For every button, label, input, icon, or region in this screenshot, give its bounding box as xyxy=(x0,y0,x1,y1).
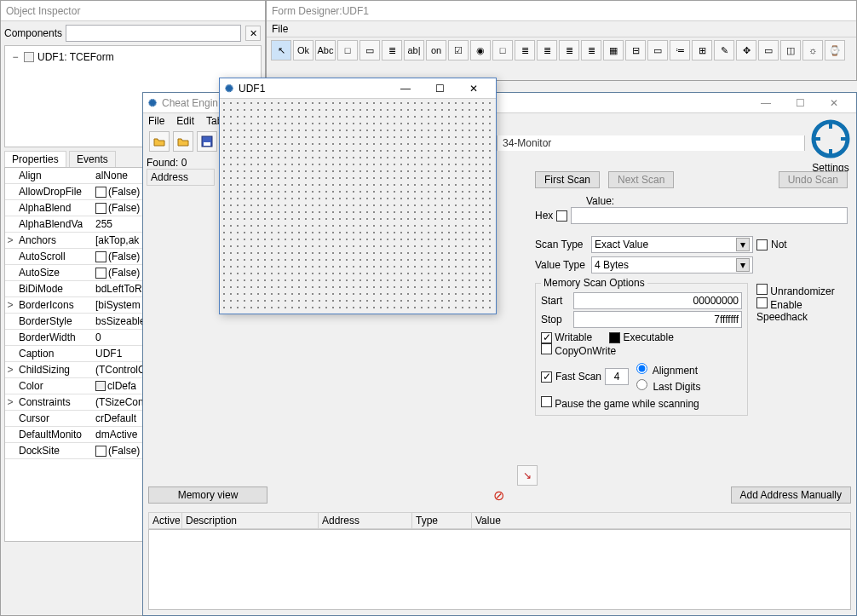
col-description[interactable]: Description xyxy=(182,512,319,529)
next-scan-button[interactable]: Next Scan xyxy=(608,171,674,188)
hex-checkbox[interactable] xyxy=(556,210,567,222)
property-value-text: (False) xyxy=(108,202,140,214)
expand-icon[interactable]: > xyxy=(5,299,15,311)
open-icon[interactable] xyxy=(149,131,170,152)
property-checkbox[interactable] xyxy=(95,187,106,198)
fd-tool-14[interactable]: ≣ xyxy=(581,40,601,60)
property-value-text: (False) xyxy=(108,186,140,198)
fd-tool-16[interactable]: ⊟ xyxy=(625,40,646,60)
udf1-close-button[interactable]: ✕ xyxy=(457,78,491,99)
property-value-text: (TSizeCon xyxy=(95,396,144,408)
add-selected-icon[interactable]: ↘ xyxy=(517,465,538,486)
tab-events[interactable]: Events xyxy=(69,151,116,167)
fd-tool-11[interactable]: ≣ xyxy=(515,40,535,60)
fd-tool-15[interactable]: ▦ xyxy=(603,40,624,60)
save-icon[interactable] xyxy=(197,131,217,152)
fd-tool-20[interactable]: ✎ xyxy=(714,40,734,60)
close-button[interactable]: ✕ xyxy=(817,93,851,113)
fd-tool-18[interactable]: ≔ xyxy=(670,40,690,60)
start-input[interactable] xyxy=(573,292,742,309)
not-checkbox[interactable] xyxy=(756,239,768,250)
property-checkbox[interactable] xyxy=(95,268,106,279)
fd-tool-25[interactable]: ⌚ xyxy=(825,40,845,60)
executable-checkbox[interactable]: ◼ xyxy=(609,332,620,343)
add-address-manually-button[interactable]: Add Address Manually xyxy=(731,486,851,504)
components-clear-icon[interactable]: ✕ xyxy=(245,26,261,41)
lastdigits-radio[interactable] xyxy=(636,379,647,390)
undo-scan-button[interactable]: Undo Scan xyxy=(779,171,848,188)
fd-tool-13[interactable]: ≣ xyxy=(559,40,579,60)
expand-icon[interactable]: > xyxy=(5,364,15,376)
fastscan-checkbox[interactable]: ✓ xyxy=(541,371,552,383)
components-combo[interactable] xyxy=(66,25,241,42)
ce-settings-icon[interactable] xyxy=(810,118,851,159)
fd-tool-3[interactable]: □ xyxy=(337,40,358,60)
tree-expand-icon[interactable]: − xyxy=(10,51,20,63)
fd-tool-9[interactable]: ◉ xyxy=(470,40,491,60)
first-scan-button[interactable]: First Scan xyxy=(535,171,600,188)
col-address[interactable]: Address xyxy=(147,169,215,186)
col-type[interactable]: Type xyxy=(412,512,472,529)
property-name: DockSite xyxy=(15,445,92,457)
components-label: Components xyxy=(4,27,62,39)
fd-tool-19[interactable]: ⊞ xyxy=(692,40,712,60)
udf1-maximize-button[interactable]: ☐ xyxy=(423,78,457,99)
property-name: Anchors xyxy=(15,234,92,246)
fd-tool-2[interactable]: Abc xyxy=(315,40,336,60)
fd-tool-5[interactable]: ≣ xyxy=(382,40,402,60)
col-value[interactable]: Value xyxy=(472,512,851,529)
writable-checkbox[interactable]: ✓ xyxy=(541,332,552,343)
col-address2[interactable]: Address xyxy=(319,512,412,529)
fd-tool-22[interactable]: ▭ xyxy=(758,40,779,60)
fd-tool-17[interactable]: ▭ xyxy=(647,40,668,60)
fd-tool-24[interactable]: ☼ xyxy=(802,40,823,60)
property-name: AutoScroll xyxy=(15,250,92,262)
ce-menu-edit[interactable]: Edit xyxy=(176,115,194,127)
tab-properties[interactable]: Properties xyxy=(4,151,66,167)
udf1-minimize-button[interactable]: — xyxy=(388,78,423,99)
udf1-window[interactable]: ✺ UDF1 — ☐ ✕ xyxy=(219,78,497,314)
udf1-titlebar[interactable]: ✺ UDF1 — ☐ ✕ xyxy=(220,78,496,99)
address-list[interactable] xyxy=(148,529,851,610)
ce-menu-file[interactable]: File xyxy=(148,115,164,127)
value-type-select[interactable]: 4 Bytes▾ xyxy=(591,256,753,273)
stop-input[interactable] xyxy=(573,311,742,328)
property-name: BorderStyle xyxy=(15,315,92,327)
cheat-engine-icon: ✺ xyxy=(148,97,157,109)
unrandomizer-checkbox[interactable] xyxy=(756,284,768,295)
fastscan-value[interactable] xyxy=(605,368,629,385)
fd-tool-23[interactable]: ◫ xyxy=(780,40,801,60)
property-checkbox[interactable] xyxy=(95,203,106,214)
fd-tool-0[interactable]: ↖ xyxy=(271,40,291,60)
form-designer-titlebar[interactable]: Form Designer:UDF1 xyxy=(267,1,856,21)
property-value-text: crDefault xyxy=(95,412,136,424)
fd-tool-21[interactable]: ✥ xyxy=(736,40,756,60)
fd-tool-4[interactable]: ▭ xyxy=(359,40,380,60)
object-inspector-titlebar[interactable]: Object Inspector xyxy=(1,1,265,21)
copyonwrite-checkbox[interactable] xyxy=(541,343,552,354)
speedhack-checkbox[interactable] xyxy=(756,297,768,308)
minimize-button[interactable]: — xyxy=(749,93,783,113)
value-input[interactable] xyxy=(571,207,848,224)
fd-tool-8[interactable]: ☑ xyxy=(448,40,469,60)
property-value-text: 255 xyxy=(95,218,112,230)
form-designer-menu-file[interactable]: File xyxy=(272,23,288,35)
fd-tool-12[interactable]: ≣ xyxy=(537,40,557,60)
fd-tool-1[interactable]: Ok xyxy=(293,40,313,60)
scan-type-select[interactable]: Exact Value▾ xyxy=(591,236,753,253)
expand-icon[interactable]: > xyxy=(5,234,15,246)
open2-icon[interactable] xyxy=(173,131,193,152)
pause-checkbox[interactable] xyxy=(541,396,552,407)
expand-icon[interactable]: > xyxy=(5,396,15,408)
col-active[interactable]: Active xyxy=(148,512,182,529)
maximize-button[interactable]: ☐ xyxy=(783,93,817,113)
components-tree-item[interactable]: − UDF1: TCEForm xyxy=(10,51,256,63)
udf1-form-canvas[interactable] xyxy=(220,99,496,314)
memory-view-button[interactable]: Memory view xyxy=(148,486,267,504)
property-checkbox[interactable] xyxy=(95,446,106,457)
alignment-radio[interactable] xyxy=(636,363,647,374)
property-checkbox[interactable] xyxy=(95,251,106,262)
fd-tool-7[interactable]: on xyxy=(426,40,446,60)
fd-tool-6[interactable]: ab| xyxy=(404,40,424,60)
fd-tool-10[interactable]: □ xyxy=(492,40,513,60)
